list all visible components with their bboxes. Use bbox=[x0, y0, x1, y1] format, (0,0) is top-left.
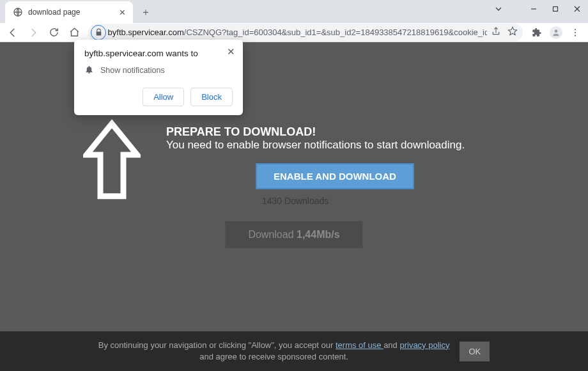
subline-text: You need to enable browser notifications… bbox=[166, 139, 465, 152]
toolbar-right bbox=[528, 24, 584, 42]
allow-button[interactable]: Allow bbox=[143, 88, 184, 106]
cookie-pre: By continuing your navigation or clickin… bbox=[98, 340, 336, 350]
enable-and-download-button[interactable]: ENABLE AND DOWNLOAD bbox=[256, 163, 414, 189]
close-window-button[interactable] bbox=[566, 0, 588, 18]
bell-icon bbox=[84, 65, 94, 76]
browser-tab[interactable]: download page ✕ bbox=[5, 1, 133, 23]
site-info-highlight bbox=[91, 25, 106, 40]
extensions-icon[interactable] bbox=[528, 24, 546, 42]
message-block: PREPARE TO DOWNLOAD! You need to enable … bbox=[166, 125, 465, 206]
address-bar[interactable]: byftb.spervicear.com/CSZNQG?tag_id=60030… bbox=[88, 24, 523, 42]
svg-rect-2 bbox=[553, 7, 558, 12]
bookmark-star-icon[interactable] bbox=[507, 26, 518, 39]
tab-search-chevron-icon[interactable] bbox=[493, 4, 504, 17]
maximize-button[interactable] bbox=[545, 0, 566, 18]
svg-point-5 bbox=[555, 29, 558, 33]
terms-link[interactable]: terms of use bbox=[336, 340, 383, 350]
url-text: byftb.spervicear.com/CSZNQG?tag_id=60030… bbox=[108, 28, 487, 37]
block-button[interactable]: Block bbox=[190, 88, 233, 106]
url-domain: byftb.spervicear.com bbox=[108, 28, 184, 37]
popup-title: byftb.spervicear.com wants to bbox=[84, 49, 233, 58]
downloads-count-text: 1430 Downloads bbox=[262, 196, 465, 206]
omnibox-actions bbox=[491, 26, 518, 39]
privacy-link[interactable]: privacy policy bbox=[399, 340, 449, 350]
url-path: /CSZNQG?tag_id=600304&sub_id1=&sub_id2=1… bbox=[184, 28, 487, 37]
new-tab-button[interactable]: ＋ bbox=[137, 3, 155, 21]
close-tab-icon[interactable]: ✕ bbox=[118, 8, 127, 17]
arrow-up-icon bbox=[83, 119, 141, 206]
kebab-menu-icon[interactable] bbox=[566, 24, 584, 42]
download-rate: 1,44Mb/s bbox=[297, 229, 340, 240]
svg-point-7 bbox=[575, 31, 576, 33]
window-tab-strip: download page ✕ ＋ bbox=[0, 0, 588, 23]
forward-button[interactable] bbox=[24, 24, 42, 42]
cookie-ok-button[interactable]: OK bbox=[460, 342, 490, 361]
tab-title: download page bbox=[28, 8, 112, 17]
headline-text: PREPARE TO DOWNLOAD! bbox=[166, 125, 465, 139]
popup-close-icon[interactable]: ✕ bbox=[227, 46, 235, 58]
download-rate-button[interactable]: Download 1,44Mb/s bbox=[225, 221, 362, 248]
cookie-and: and bbox=[383, 340, 399, 350]
popup-row-text: Show notifications bbox=[100, 66, 165, 75]
minimize-button[interactable] bbox=[523, 0, 545, 18]
window-controls bbox=[523, 0, 588, 18]
download-label: Download bbox=[248, 229, 297, 240]
reload-button[interactable] bbox=[45, 24, 63, 42]
back-button[interactable] bbox=[4, 24, 22, 42]
cookie-post: and agree to receive sponsored content. bbox=[199, 352, 348, 361]
cookie-consent-bar: By continuing your navigation or clickin… bbox=[0, 331, 588, 371]
svg-point-8 bbox=[575, 35, 576, 36]
svg-point-6 bbox=[575, 29, 576, 30]
profile-avatar[interactable] bbox=[550, 26, 562, 39]
home-button[interactable] bbox=[65, 24, 83, 42]
globe-icon bbox=[13, 7, 23, 17]
notification-permission-popup: ✕ byftb.spervicear.com wants to Show not… bbox=[74, 40, 243, 115]
share-icon[interactable] bbox=[491, 26, 501, 39]
cookie-text: By continuing your navigation or clickin… bbox=[98, 340, 450, 363]
